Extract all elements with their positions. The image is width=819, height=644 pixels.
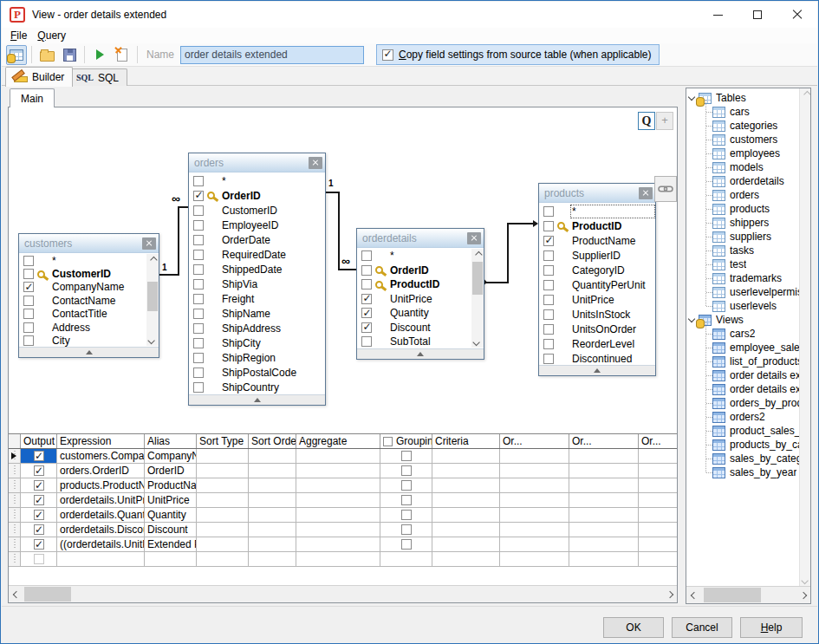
field-checkbox[interactable] [543,221,554,231]
field-row[interactable]: ShipCity [189,335,325,350]
field-row[interactable]: ShipPostalCode [189,365,325,380]
scroll-down-icon[interactable] [800,575,811,586]
run-button[interactable] [89,45,110,65]
or-cell[interactable] [500,493,569,507]
field-row[interactable]: ShipAddress [189,321,325,335]
tree-item-table[interactable]: userlevelpermissi [686,285,799,299]
grouping-cell[interactable] [380,552,432,566]
save-button[interactable] [59,45,80,65]
field-row[interactable]: RequiredDate [189,247,325,262]
new-button[interactable] [112,45,133,65]
field-checkbox[interactable] [23,322,34,333]
field-row[interactable]: UnitPrice [357,292,484,307]
sort-type-cell[interactable] [197,523,249,537]
scroll-thumb[interactable] [704,588,761,602]
or-cell[interactable] [500,523,569,537]
grouping-checkbox[interactable] [401,495,412,505]
table-scrollbar[interactable] [146,254,159,346]
grouping-checkbox[interactable] [401,524,412,535]
field-checkbox[interactable] [193,368,204,378]
grid-header-or[interactable]: Or... [639,434,677,448]
or-cell[interactable] [569,552,639,566]
field-row[interactable]: ProductName [539,233,655,248]
expression-cell[interactable] [57,552,145,566]
field-row[interactable]: CustomerID [19,267,159,280]
field-checkbox[interactable] [23,282,34,292]
field-row[interactable]: ReorderLevel [539,336,655,351]
close-table-icon[interactable] [639,187,653,199]
field-row[interactable]: UnitPrice [539,292,655,307]
field-checkbox[interactable] [543,324,554,335]
grid-header-criteria[interactable]: Criteria [432,434,500,448]
grid-header-alias[interactable]: Alias [145,434,197,448]
tree-item-table[interactable]: suppliers [686,230,799,244]
close-button[interactable] [777,2,817,28]
grid-header-or[interactable]: Or... [500,434,569,448]
view-name-input[interactable] [180,46,364,64]
row-selector[interactable] [9,478,21,492]
field-row[interactable]: ShipVia [189,276,325,291]
tree-item-table[interactable]: trademarks [686,271,799,285]
zoom-plus-button[interactable]: + [656,112,673,130]
sort-type-cell[interactable] [197,552,249,566]
alias-cell[interactable]: ProductName [145,478,197,492]
field-checkbox[interactable] [193,191,204,201]
field-row[interactable]: SubTotal [357,335,484,348]
tree-item-table[interactable]: products [686,202,799,216]
output-checkbox[interactable] [34,480,44,491]
collapse-strip[interactable] [539,365,655,375]
field-checkbox[interactable] [23,256,34,266]
scroll-left-icon[interactable] [9,586,23,602]
tree-item-view[interactable]: orders2 [686,410,799,424]
criteria-cell[interactable] [432,493,500,507]
expand-chevron-icon[interactable] [688,94,695,101]
scroll-down-icon[interactable] [471,336,484,348]
criteria-cell[interactable] [432,464,500,478]
grid-header-output[interactable]: Output [21,434,57,448]
row-selector[interactable] [9,523,21,537]
alias-cell[interactable]: Discount [145,523,197,537]
tree-item-table[interactable]: models [686,160,799,174]
copy-settings-checkbox[interactable] [382,49,393,61]
scroll-down-icon[interactable] [146,335,159,346]
field-row[interactable]: ProductID [539,218,655,233]
tab-sql[interactable]: SQL SQL [68,68,127,86]
grouping-checkbox[interactable] [401,539,412,550]
expression-cell[interactable]: ((orderdetails.UnitPr [57,537,145,551]
field-checkbox[interactable] [193,279,204,289]
table-header[interactable]: products [539,184,655,203]
tree-item-view[interactable]: sales_by_catego [686,452,799,465]
cancel-button[interactable]: Cancel [672,617,732,638]
ok-button[interactable]: OK [603,617,664,638]
field-checkbox[interactable] [193,353,204,363]
diagram-table-products[interactable]: products * Pr [538,183,656,376]
zoom-q-button[interactable]: Q [638,112,655,130]
or-cell[interactable] [639,493,677,507]
scroll-up-icon[interactable] [800,88,811,100]
or-cell[interactable] [500,449,569,463]
output-cell[interactable] [21,537,57,551]
criteria-cell[interactable] [432,449,500,463]
tab-builder[interactable]: Builder [5,67,73,87]
expression-cell[interactable]: orderdetails.Discount [57,523,145,537]
field-checkbox[interactable] [193,323,204,334]
sort-type-cell[interactable] [197,493,249,507]
expression-cell[interactable]: orders.OrderID [57,464,145,478]
tree-item-table[interactable]: tasks [686,244,799,257]
or-cell[interactable] [500,537,569,551]
scroll-up-icon[interactable] [146,254,159,265]
table-scrollbar[interactable] [471,249,484,348]
grid-header-sort-order[interactable]: Sort Order [249,434,296,448]
help-button[interactable]: Help [740,617,803,638]
tree-item-table[interactable]: categories [686,119,799,133]
field-checkbox[interactable] [543,250,554,261]
field-row[interactable]: CompanyName [19,281,159,294]
alias-cell[interactable]: UnitPrice [145,493,197,507]
field-checkbox[interactable] [193,338,204,348]
grouping-checkbox[interactable] [401,451,412,461]
or-cell[interactable] [500,464,569,478]
grouping-checkbox[interactable] [401,510,412,520]
field-checkbox[interactable] [23,309,34,319]
grouping-checkbox[interactable] [401,465,412,476]
or-cell[interactable] [569,464,639,478]
